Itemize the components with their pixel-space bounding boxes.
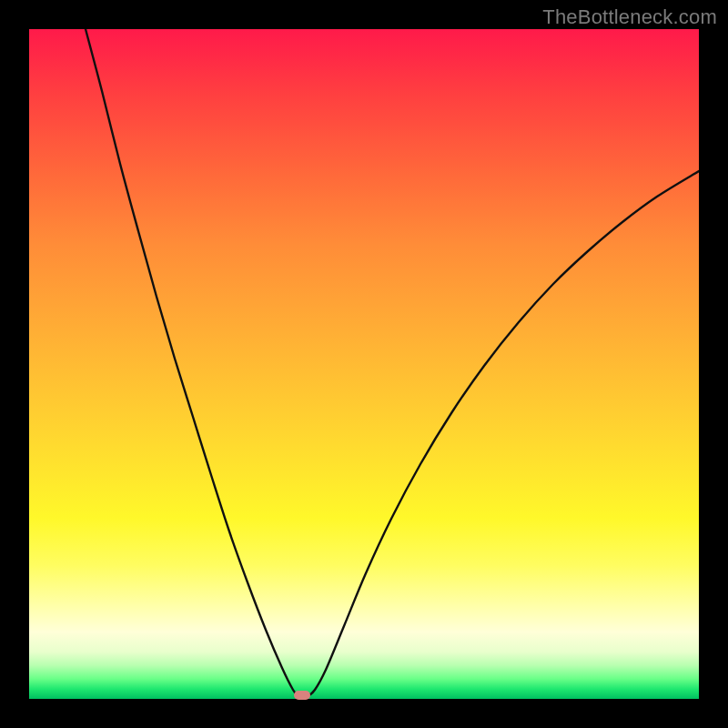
chart-plot-area [29, 29, 699, 699]
bottleneck-curve [29, 29, 699, 699]
watermark-text: TheBottleneck.com [542, 5, 717, 29]
minimum-marker [294, 691, 310, 700]
